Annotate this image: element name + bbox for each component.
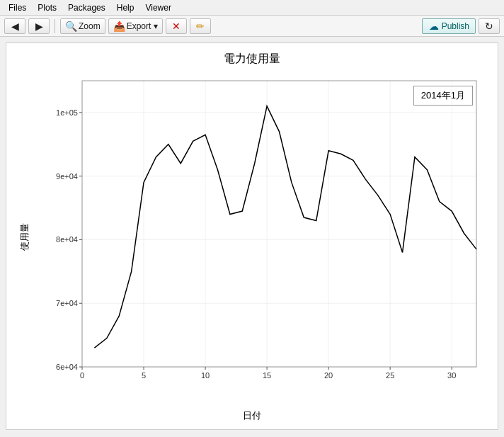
brush-icon: ✏ (195, 21, 206, 32)
x-axis-label: 日付 (6, 409, 498, 422)
svg-text:20: 20 (324, 371, 333, 380)
svg-text:0: 0 (80, 371, 84, 380)
publish-button[interactable]: ☁ Publish (422, 18, 476, 34)
back-icon: ◀ (9, 21, 21, 32)
svg-text:7e+04: 7e+04 (56, 299, 78, 307)
export-button[interactable]: 📤 Export ▾ (108, 18, 163, 34)
svg-rect-12 (82, 81, 476, 367)
menu-files[interactable]: Files (3, 2, 32, 13)
toolbar-right: ☁ Publish ↻ (422, 18, 500, 34)
export-icon: 📤 (113, 21, 125, 32)
chart-svg: 6e+047e+048e+049e+041e+05051015202530 (45, 75, 483, 394)
forward-icon: ▶ (33, 21, 45, 32)
svg-text:15: 15 (263, 371, 271, 380)
publish-icon: ☁ (428, 21, 440, 32)
menu-help[interactable]: Help (111, 2, 140, 13)
zoom-icon: 🔍 (65, 21, 76, 32)
menu-plots[interactable]: Plots (32, 2, 62, 13)
export-label: Export ▾ (127, 21, 158, 31)
refresh-icon: ↻ (483, 21, 495, 32)
chart-area: 6e+047e+048e+049e+041e+05051015202530 (45, 75, 483, 394)
svg-text:25: 25 (386, 371, 394, 380)
delete-button[interactable]: ✕ (166, 18, 187, 34)
toolbar: ◀ ▶ 🔍 Zoom 📤 Export ▾ ✕ ✏ ☁ Publish ↻ (0, 16, 504, 37)
back-button[interactable]: ◀ (4, 18, 25, 34)
brush-button[interactable]: ✏ (190, 18, 211, 34)
svg-text:10: 10 (201, 371, 210, 380)
svg-text:6e+04: 6e+04 (56, 363, 78, 371)
svg-text:30: 30 (447, 371, 456, 380)
menubar: Files Plots Packages Help Viewer (0, 0, 504, 16)
zoom-button[interactable]: 🔍 Zoom (60, 18, 105, 34)
svg-text:1e+05: 1e+05 (56, 108, 78, 117)
plot-title: 電力使用量 (6, 52, 498, 67)
svg-text:8e+04: 8e+04 (56, 235, 78, 244)
svg-text:9e+04: 9e+04 (56, 172, 78, 181)
zoom-label: Zoom (79, 21, 101, 31)
publish-label: Publish (442, 21, 469, 31)
plot-container: 電力使用量 使用量 日付 2014年1月 6e+047e+048e+049e+0… (6, 42, 498, 430)
refresh-button[interactable]: ↻ (479, 18, 500, 34)
svg-text:5: 5 (142, 371, 146, 380)
menu-packages[interactable]: Packages (62, 2, 111, 13)
plot-inner: 電力使用量 使用量 日付 2014年1月 6e+047e+048e+049e+0… (6, 43, 498, 429)
menu-viewer[interactable]: Viewer (139, 2, 176, 13)
y-axis-label: 使用量 (18, 222, 31, 250)
forward-button[interactable]: ▶ (28, 18, 50, 34)
separator-1 (55, 19, 55, 33)
delete-icon: ✕ (171, 21, 182, 32)
